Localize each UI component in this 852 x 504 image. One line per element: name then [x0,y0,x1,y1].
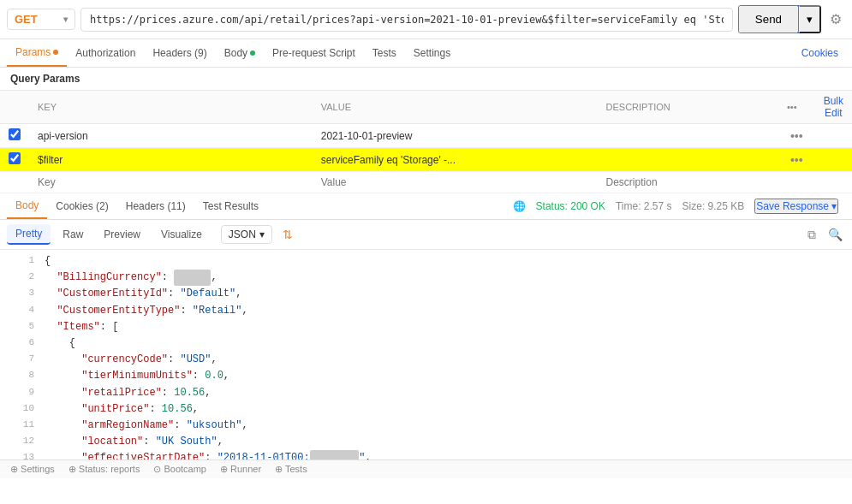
tab-authorization[interactable]: Authorization [67,40,144,66]
json-line-2: 2 "BillingCurrency": ██████, [0,270,852,286]
format-tab-preview[interactable]: Preview [95,225,149,244]
json-line-8: 8 "tierMinimumUnits": 0.0, [0,368,852,384]
format-tab-pretty[interactable]: Pretty [7,224,51,245]
response-tab-headers[interactable]: Headers (11) [117,194,194,218]
row1-dots-button[interactable]: ••• [787,129,807,143]
new-value-input[interactable] [321,176,589,188]
top-bar: GET ▾ Send ▾ ⚙ [0,0,852,39]
tab-settings-label: Settings [414,47,450,59]
row2-desc [598,148,778,172]
tab-params-label: Params [15,46,51,58]
runner-link[interactable]: ⊕ Runner [220,464,261,475]
query-params-title: Query Params [0,68,852,91]
row1-key: api-version [38,130,88,142]
json-line-1: 1 { [0,253,852,270]
send-button-group: Send ▾ [738,5,821,33]
json-line-5: 5 "Items": [ [0,319,852,335]
response-tab-test-results[interactable]: Test Results [194,194,267,218]
save-response-button[interactable]: Save Response ▾ [754,199,838,214]
response-tab-cookies[interactable]: Cookies (2) [47,194,116,218]
body-dot [250,50,255,56]
new-key-input[interactable] [38,176,304,188]
send-dropdown-button[interactable]: ▾ [799,5,821,33]
chevron-down-icon: ▾ [63,15,68,24]
sort-icon[interactable]: ⇅ [283,228,293,241]
tab-headers-label: Headers (9) [152,47,206,59]
row2-key: $filter [38,154,63,166]
save-response-chevron: ▾ [831,200,837,212]
json-line-7: 7 "currencyCode": "USD", [0,352,852,368]
tab-params[interactable]: Params [7,39,67,67]
response-tab-body[interactable]: Body [7,193,47,219]
json-line-9: 9 "retailPrice": 10.56, [0,385,852,401]
tab-authorization-label: Authorization [75,47,135,59]
table-row: api-version 2021-10-01-preview ••• [0,124,852,148]
tab-tests[interactable]: Tests [364,40,405,66]
settings-link[interactable]: ⊕ Settings [10,464,55,475]
response-tabs: Body Cookies (2) Headers (11) Test Resul… [0,193,852,220]
row1-desc [598,124,778,148]
format-tab-raw[interactable]: Raw [54,225,92,244]
json-line-13: 13 "effectiveStartDate": "2018-11-01T00:… [0,450,852,460]
json-format-select[interactable]: JSON ▾ [221,225,272,244]
response-status-area: 🌐 Status: 200 OK Time: 2.57 s Size: 9.25… [513,199,845,214]
bottom-bar: ⊕ Settings ⊕ Status: reports ⊙ Bootcamp … [0,460,852,478]
status-label: Status: 200 OK [536,200,605,212]
json-line-12: 12 "location": "UK South", [0,434,852,450]
tab-settings[interactable]: Settings [405,40,459,66]
row1-value: 2021-10-01-preview [321,130,413,142]
col-header-description: DESCRIPTION [598,91,778,124]
tab-pre-request[interactable]: Pre-request Script [264,40,364,66]
time-label: Time: 2.57 s [616,200,672,212]
response-tab-test-results-label: Test Results [203,200,259,212]
params-table: KEY VALUE DESCRIPTION ••• Bulk Edit api-… [0,91,852,193]
globe-icon: 🌐 [513,200,526,212]
json-content: 1 { 2 "BillingCurrency": ██████, 3 "Cust… [0,250,852,460]
json-chevron-icon: ▾ [259,228,265,240]
json-line-6: 6 { [0,335,852,352]
row1-checkbox[interactable] [9,128,21,140]
tab-body[interactable]: Body [216,40,264,66]
params-dot [53,50,58,55]
status-reports-link[interactable]: ⊕ Status: reports [69,464,140,475]
col-header-value: VALUE [313,91,598,124]
send-button[interactable]: Send [738,5,799,33]
tab-body-label: Body [224,47,247,59]
cookies-link[interactable]: Cookies [795,40,845,66]
response-tab-cookies-label: Cookies (2) [56,200,108,212]
new-desc-input[interactable] [606,176,770,188]
search-button[interactable]: 🔍 [825,225,845,244]
tab-headers[interactable]: Headers (9) [144,40,215,66]
blurred-billing: ██████ [174,270,211,286]
json-lines: 1 { 2 "BillingCurrency": ██████, 3 "Cust… [0,253,852,460]
response-tab-body-label: Body [15,199,39,211]
format-tabs: Pretty Raw Preview Visualize JSON ▾ ⇅ ⧉ … [0,220,852,250]
response-body: Pretty Raw Preview Visualize JSON ▾ ⇅ ⧉ … [0,220,852,460]
row2-dots-button[interactable]: ••• [787,153,807,167]
table-row: $filter serviceFamily eq 'Storage' -... … [0,148,852,172]
settings-icon[interactable]: ⚙ [826,8,845,31]
col-header-dots: ••• [778,91,815,124]
json-line-10: 10 "unitPrice": 10.56, [0,401,852,418]
json-line-3: 3 "CustomerEntityId": "Default", [0,286,852,302]
method-label: GET [15,13,38,26]
table-empty-row [0,172,852,193]
tab-pre-request-label: Pre-request Script [272,47,355,59]
col-header-key: KEY [29,91,313,124]
response-tab-headers-label: Headers (11) [126,200,186,212]
request-tabs: Params Authorization Headers (9) Body Pr… [0,39,852,68]
row2-value: serviceFamily eq 'Storage' -... [321,154,456,166]
bootcamp-link[interactable]: ⊙ Bootcamp [153,464,206,475]
row2-checkbox[interactable] [9,152,21,164]
copy-button[interactable]: ⧉ [805,225,819,245]
json-line-11: 11 "armRegionName": "uksouth", [0,418,852,434]
bulk-edit-button[interactable]: Bulk Edit [824,95,843,119]
size-label: Size: 9.25 KB [682,200,745,212]
format-tab-visualize[interactable]: Visualize [152,225,211,244]
json-line-4: 4 "CustomerEntityType": "Retail", [0,303,852,319]
blurred-date: ████████ [310,450,360,460]
method-select[interactable]: GET ▾ [7,9,75,30]
tab-tests-label: Tests [372,47,396,59]
tests-link[interactable]: ⊕ Tests [275,464,307,475]
url-input[interactable] [80,8,733,32]
